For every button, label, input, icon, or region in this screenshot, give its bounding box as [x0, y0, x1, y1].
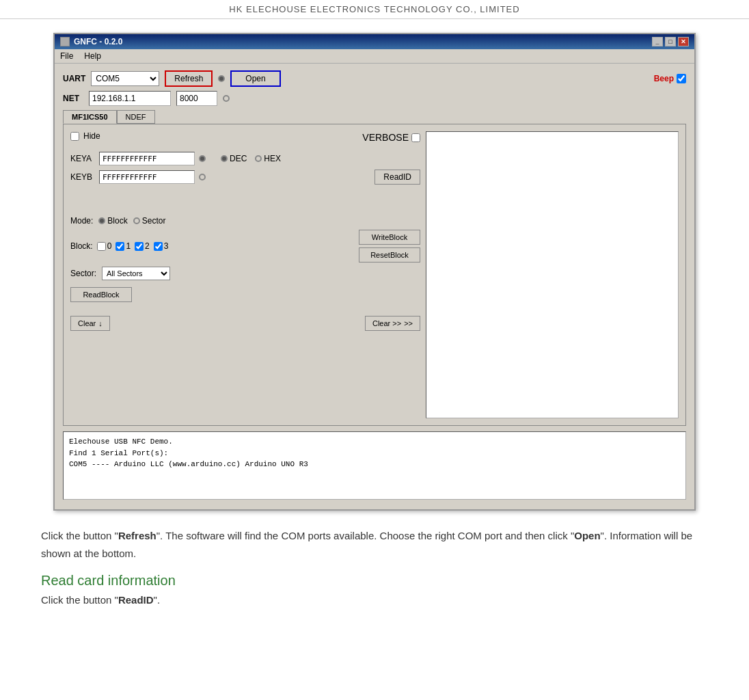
left-panel: Hide VERBOSE KEYA: [70, 131, 420, 418]
sector-row: Sector: All Sectors Sector 0 Sector 1 Se…: [70, 267, 420, 280]
clear-left-button[interactable]: Clear ↓: [70, 316, 110, 331]
menu-file[interactable]: File: [60, 51, 73, 61]
resetblock-button[interactable]: ResetBlock: [359, 247, 420, 262]
close-button[interactable]: ✕: [678, 37, 689, 46]
refresh-button[interactable]: Refresh: [165, 70, 213, 87]
beep-checkbox[interactable]: [677, 74, 686, 83]
sector-label: Sector:: [70, 269, 96, 278]
keya-radio: [199, 155, 206, 162]
description-para1: Click the button "Refresh". The software…: [41, 527, 708, 562]
writeblock-button[interactable]: WriteBlock: [359, 230, 420, 245]
minimize-button[interactable]: _: [652, 37, 663, 46]
sector-mode-label: Sector: [142, 216, 166, 226]
dec-radio: [221, 155, 228, 162]
block-label: Block:: [70, 241, 93, 251]
document-body: GNFC - 0.2.0 _ □ ✕ File Help UART COM5 R…: [0, 19, 749, 619]
desc-bold-refresh: Refresh: [118, 530, 156, 541]
block-0-label: 0: [97, 241, 112, 251]
bottom-row: Clear ↓ Clear >> >>: [70, 309, 420, 331]
block-row: Block: 0 1 2: [70, 230, 420, 262]
keya-input[interactable]: [99, 152, 195, 165]
block-0-checkbox[interactable]: [97, 242, 106, 251]
title-bar-left: GNFC - 0.2.0: [60, 37, 122, 46]
dec-option: DEC: [221, 154, 247, 163]
section-heading: Read card information: [41, 573, 708, 589]
desc-bold-readid: ReadID: [118, 594, 154, 606]
log-line-1: Elechouse USB NFC Demo.: [69, 436, 680, 448]
right-output-panel: [426, 131, 679, 418]
uart-row: UART COM5 Refresh Open Beep: [63, 70, 686, 87]
keyb-label: KEYB: [70, 172, 95, 182]
spacer: [70, 189, 420, 216]
clear-left-arrow: ↓: [98, 319, 103, 327]
uart-label: UART: [63, 74, 85, 83]
tab-mf1ics50[interactable]: MF1ICS50: [63, 110, 117, 124]
log-line-3: COM5 ---- Arduino LLC (www.arduino.cc) A…: [69, 459, 680, 470]
block-2-label: 2: [135, 241, 150, 251]
verbose-checkbox[interactable]: [411, 133, 420, 142]
block-3-label: 3: [154, 241, 169, 251]
keyb-row: KEYB ReadID: [70, 170, 420, 185]
net-ip-input[interactable]: [89, 91, 171, 106]
window-title: GNFC - 0.2.0: [74, 37, 122, 46]
keyb-radio: [199, 174, 206, 180]
menu-bar: File Help: [55, 49, 694, 64]
block-mode-label: Block: [107, 216, 127, 226]
desc-bold-open: Open: [574, 530, 600, 541]
dec-label: DEC: [230, 154, 247, 163]
uart-radio-indicator: [218, 75, 225, 82]
net-radio-indicator: [223, 95, 230, 102]
net-row: NET: [63, 91, 686, 106]
dec-hex-row: DEC HEX: [221, 154, 281, 163]
block-mode-radio: [98, 217, 105, 224]
keya-row: KEYA DEC HEX: [70, 152, 420, 165]
block-1-checkbox[interactable]: [115, 242, 124, 251]
sector-mode-radio: [133, 217, 140, 224]
verbose-label: VERBOSE: [362, 132, 409, 143]
log-area: Elechouse USB NFC Demo. Find 1 Serial Po…: [63, 431, 686, 500]
sector-select[interactable]: All Sectors Sector 0 Sector 1 Sector 2 S…: [102, 267, 170, 280]
mode-row: Mode: Block Sector: [70, 216, 420, 226]
app-window: GNFC - 0.2.0 _ □ ✕ File Help UART COM5 R…: [53, 33, 696, 511]
clear-right-button[interactable]: Clear >> >>: [365, 316, 420, 331]
block-mode-option: Block: [98, 216, 127, 226]
hex-option: HEX: [255, 154, 281, 163]
net-port-input[interactable]: [176, 91, 217, 106]
title-bar-controls: _ □ ✕: [652, 37, 689, 46]
hide-row: Hide: [70, 131, 100, 141]
tab-ndef[interactable]: NDEF: [117, 110, 155, 124]
app-icon: [60, 37, 70, 46]
beep-label: Beep: [654, 74, 674, 83]
keyb-input[interactable]: [99, 170, 195, 184]
hide-label: Hide: [83, 131, 100, 141]
readblock-button[interactable]: ReadBlock: [70, 287, 132, 302]
click-readid-text: Click the button "ReadID".: [41, 594, 708, 606]
tab-bar: MF1ICS50 NDEF: [63, 110, 686, 124]
menu-help[interactable]: Help: [84, 51, 101, 61]
block-3-checkbox[interactable]: [154, 242, 163, 251]
readblock-area: ReadBlock: [70, 287, 420, 302]
verbose-area: VERBOSE: [362, 131, 420, 144]
inner-panel: Hide VERBOSE KEYA: [63, 124, 686, 426]
keya-label: KEYA: [70, 154, 95, 163]
block-1-label: 1: [115, 241, 131, 251]
hex-label: HEX: [264, 154, 281, 163]
log-line-2: Find 1 Serial Port(s):: [69, 448, 680, 459]
beep-row: Beep: [654, 74, 686, 83]
header-title: HK ELECHOUSE ELECTRONICS TECHNOLOGY CO.,…: [229, 4, 519, 14]
hex-radio: [255, 155, 262, 162]
com-port-select[interactable]: COM5: [91, 71, 159, 86]
mode-label: Mode:: [70, 216, 93, 226]
clear-right-arrow: >>: [404, 319, 413, 327]
block-2-checkbox[interactable]: [135, 242, 144, 251]
maximize-button[interactable]: □: [665, 37, 676, 46]
sector-mode-option: Sector: [133, 216, 166, 226]
hide-checkbox[interactable]: [70, 132, 79, 141]
app-content: UART COM5 Refresh Open Beep NET: [55, 64, 694, 509]
title-bar: GNFC - 0.2.0 _ □ ✕: [55, 34, 694, 49]
readid-button[interactable]: ReadID: [374, 170, 420, 185]
open-button[interactable]: Open: [230, 70, 280, 87]
net-label: NET: [63, 94, 83, 103]
page-header: HK ELECHOUSE ELECTRONICS TECHNOLOGY CO.,…: [0, 0, 749, 19]
